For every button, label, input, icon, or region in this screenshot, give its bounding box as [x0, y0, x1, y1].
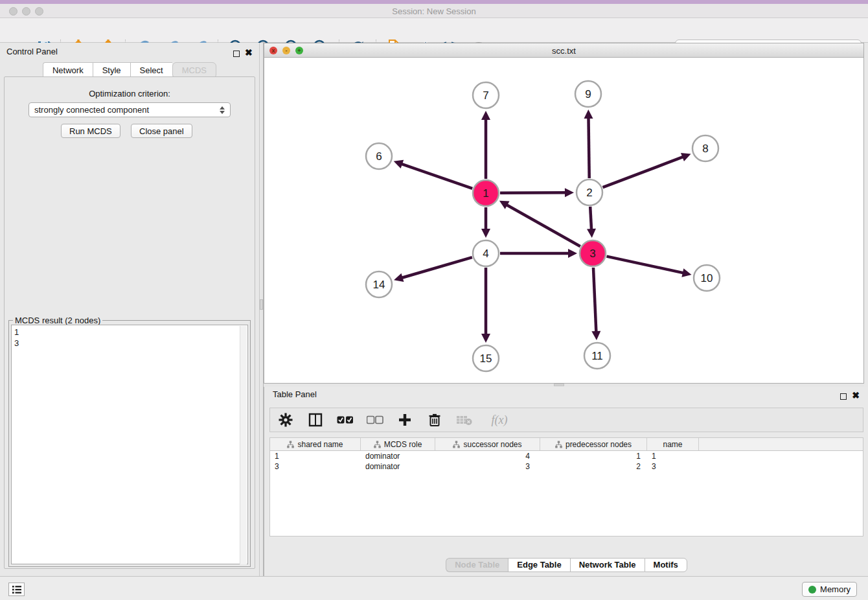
column-type-icon — [555, 441, 562, 448]
cell-predecessor-nodes: 1 — [540, 451, 647, 461]
graph-edge-arrowhead — [394, 160, 404, 168]
table-settings-gear-icon[interactable] — [277, 411, 295, 429]
optimization-criterion-label: Optimization criterion: — [0, 89, 259, 98]
close-panel-button[interactable]: Close panel — [131, 124, 192, 138]
table-row[interactable]: 1 dominator 4 1 1 — [270, 451, 863, 461]
result-scrollbar[interactable] — [240, 326, 247, 564]
horizontal-splitter-handle[interactable] — [554, 384, 564, 386]
graph-edge[interactable] — [607, 257, 685, 273]
graph-node-label: 4 — [483, 248, 488, 260]
graph-node-label: 10 — [701, 272, 713, 284]
deselect-all-columns-icon[interactable] — [366, 411, 384, 429]
graph-node-label: 11 — [591, 350, 603, 362]
table-float-icon[interactable] — [840, 391, 847, 402]
graph-node-label: 14 — [373, 279, 385, 291]
graph-edge-arrowhead — [481, 111, 490, 120]
column-type-icon — [287, 441, 294, 448]
graph-edge-arrowhead — [481, 334, 490, 343]
function-builder-icon: f(x) — [485, 411, 514, 429]
result-line: 1 — [14, 327, 245, 338]
table-panel: Table Panel ✖ f(x) s — [264, 387, 868, 576]
memory-status-icon — [808, 586, 816, 594]
graph-edge-arrowhead — [481, 229, 490, 238]
column-header-successor-nodes[interactable]: successor nodes — [435, 438, 540, 450]
graph-edge[interactable] — [603, 156, 685, 187]
table-toolbar: f(x) — [269, 408, 863, 432]
table-row[interactable]: 3 dominator 3 2 3 — [270, 461, 863, 472]
graph-edge[interactable] — [500, 192, 567, 193]
graph-edge-arrowhead — [565, 188, 574, 197]
cell-predecessor-nodes: 2 — [540, 461, 647, 472]
cell-successor-nodes: 4 — [435, 451, 540, 461]
tab-network-table[interactable]: Network Table — [570, 558, 645, 572]
memory-label: Memory — [820, 584, 851, 594]
column-type-icon — [453, 441, 460, 448]
node-table: shared name MCDS role successor nodes pr… — [269, 437, 863, 537]
graph-node-label: 7 — [483, 89, 488, 102]
graph-node-label: 8 — [702, 143, 708, 155]
mcds-result-textarea[interactable]: 1 3 — [11, 325, 248, 564]
column-type-icon — [374, 441, 381, 448]
graph-edge[interactable] — [505, 204, 580, 246]
graph-node-label: 9 — [585, 88, 591, 100]
graph-edge[interactable] — [400, 163, 472, 188]
criterion-dropdown[interactable]: strongly connected component — [29, 102, 231, 117]
column-header-predecessor-nodes[interactable]: predecessor nodes — [540, 438, 647, 450]
graph-edge-arrowhead — [394, 273, 404, 282]
network-canvas[interactable]: 7968124314101511 — [264, 58, 863, 383]
column-layout-icon[interactable] — [306, 411, 325, 429]
graph-edge-arrowhead — [584, 110, 593, 119]
tab-motifs[interactable]: Motifs — [645, 558, 687, 572]
graph-edge-arrowhead — [591, 331, 600, 340]
graph-edge-arrowhead — [587, 229, 596, 238]
cell-mcds-role: dominator — [361, 451, 435, 461]
node-table-header: shared name MCDS role successor nodes pr… — [270, 438, 863, 451]
mcds-result-title: MCDS result (2 nodes) — [13, 316, 102, 325]
mcds-result-group: MCDS result (2 nodes) 1 3 — [8, 320, 251, 567]
close-panel-icon[interactable]: ✖ — [245, 47, 253, 58]
main-toolbar — [0, 18, 868, 43]
list-icon — [12, 585, 22, 594]
graph-edge[interactable] — [593, 268, 596, 333]
column-header-mcds-role[interactable]: MCDS role — [361, 438, 435, 450]
graph-node-label: 2 — [586, 187, 592, 199]
result-line: 3 — [14, 338, 245, 349]
cell-shared-name: 3 — [270, 461, 361, 472]
graph-node-label: 1 — [483, 187, 488, 200]
memory-button[interactable]: Memory — [802, 582, 857, 597]
graph-edge[interactable] — [588, 117, 589, 178]
select-all-columns-icon[interactable] — [336, 411, 354, 429]
session-title: Session: New Session — [0, 6, 868, 16]
graph-edge[interactable] — [590, 207, 591, 231]
graph-edge[interactable] — [401, 257, 472, 278]
status-bar: Memory — [0, 576, 868, 600]
network-window-titlebar[interactable]: x - + scc.txt — [264, 43, 863, 58]
delete-table-icon — [455, 411, 474, 429]
cell-name: 1 — [647, 451, 699, 461]
dropdown-stepper-icon — [220, 106, 225, 114]
run-mcds-button[interactable]: Run MCDS — [61, 124, 120, 138]
network-title: scc.txt — [264, 46, 863, 56]
graph-edge-arrowhead — [568, 249, 577, 258]
cell-successor-nodes: 3 — [435, 461, 540, 472]
graph-node-label: 15 — [480, 352, 492, 365]
graph-node-label: 6 — [376, 150, 382, 163]
graph-edge-arrowhead — [681, 268, 691, 277]
table-panel-title: Table Panel — [273, 389, 317, 399]
cell-shared-name: 1 — [270, 451, 361, 461]
column-header-name[interactable]: name — [647, 438, 699, 450]
delete-column-trash-icon[interactable] — [426, 411, 444, 429]
tab-edge-table[interactable]: Edge Table — [508, 558, 569, 572]
add-column-icon[interactable] — [396, 411, 414, 429]
tab-node-table[interactable]: Node Table — [446, 558, 508, 572]
table-close-icon[interactable]: ✖ — [852, 389, 860, 401]
graph-node-label: 3 — [589, 248, 595, 260]
float-panel-icon[interactable] — [233, 48, 240, 60]
task-history-button[interactable] — [8, 583, 25, 596]
criterion-value: strongly connected component — [34, 105, 149, 115]
cell-mcds-role: dominator — [361, 461, 435, 472]
vertical-splitter-handle[interactable] — [260, 299, 263, 310]
control-panel-title: Control Panel — [6, 47, 58, 56]
table-tabs: Node Table Edge Table Network Table Moti… — [264, 558, 868, 572]
column-header-shared-name[interactable]: shared name — [270, 438, 361, 450]
